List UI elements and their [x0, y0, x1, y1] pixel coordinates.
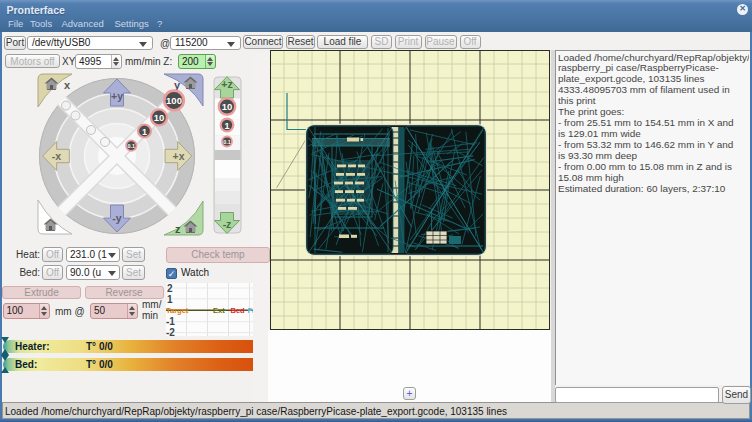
svg-text:1: 1: [224, 121, 229, 131]
svg-text:0.1: 0.1: [128, 142, 136, 149]
svg-text:1: 1: [167, 294, 173, 305]
svg-text:1: 1: [142, 127, 147, 137]
svg-text:10: 10: [154, 112, 165, 123]
svg-text:-1: -1: [166, 316, 175, 327]
svg-text:x: x: [64, 79, 71, 91]
svg-text:z: z: [175, 223, 181, 235]
svg-text:10: 10: [222, 101, 233, 112]
svg-text:Bed: Bed: [231, 306, 246, 315]
svg-text:+x: +x: [173, 150, 185, 162]
svg-text:Ext: Ext: [213, 306, 225, 315]
svg-text:Target: Target: [166, 306, 189, 315]
svg-text:2: 2: [167, 283, 173, 294]
svg-text:100: 100: [166, 95, 182, 106]
svg-text:+y: +y: [111, 90, 123, 102]
svg-text:0.1: 0.1: [223, 138, 231, 145]
svg-text:-y: -y: [112, 212, 121, 224]
svg-text:-z: -z: [223, 218, 232, 230]
svg-text:-x: -x: [52, 150, 61, 162]
svg-text:y: y: [174, 79, 181, 91]
svg-text:-2: -2: [166, 327, 175, 336]
svg-text:+z: +z: [221, 78, 232, 90]
